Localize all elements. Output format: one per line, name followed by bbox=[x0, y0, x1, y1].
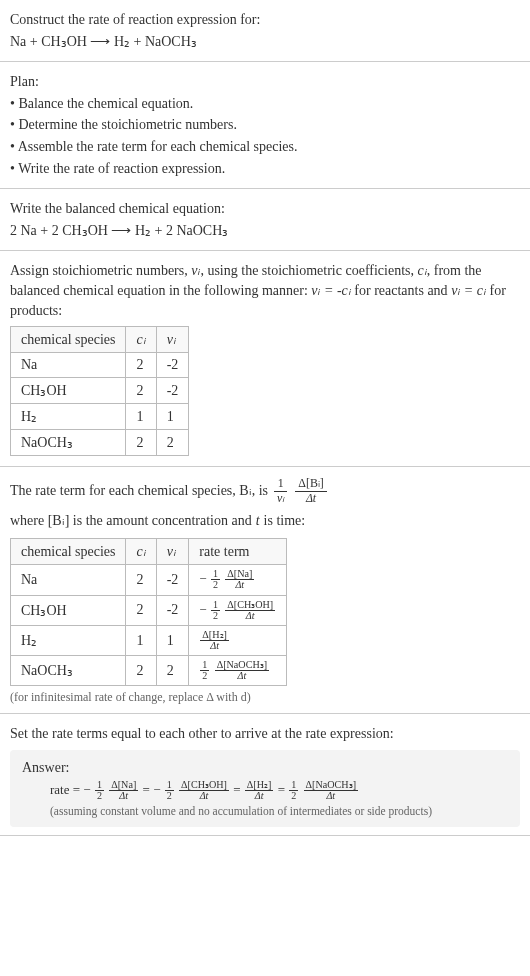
coef-fraction: 1 2 bbox=[165, 780, 174, 801]
plan-section: Plan: • Balance the chemical equation. •… bbox=[0, 62, 530, 189]
cell-rate: − 1 2 Δ[CH₃OH] Δt bbox=[189, 595, 287, 625]
sign: − bbox=[153, 782, 160, 797]
cell-species: CH₃OH bbox=[11, 378, 126, 404]
table-row: NaOCH₃ 2 2 bbox=[11, 430, 189, 456]
denominator: νᵢ bbox=[274, 492, 287, 506]
equals: = bbox=[233, 782, 244, 797]
rate-term-footnote: (for infinitesimal rate of change, repla… bbox=[10, 690, 520, 705]
cell-nu: 2 bbox=[156, 430, 189, 456]
stoich-section: Assign stoichiometric numbers, νᵢ, using… bbox=[0, 251, 530, 467]
cell-species: H₂ bbox=[11, 625, 126, 655]
answer-box: Answer: rate = − 1 2 Δ[Na] Δt = − 1 bbox=[10, 750, 520, 827]
cell-nu: -2 bbox=[156, 595, 189, 625]
col-c: cᵢ bbox=[126, 327, 156, 353]
delta-fraction: Δ[Na] Δt bbox=[225, 569, 254, 590]
denominator: Δt bbox=[225, 580, 254, 590]
assumption-note: (assuming constant volume and no accumul… bbox=[22, 805, 508, 817]
coef-fraction: 1 2 bbox=[211, 569, 220, 590]
rate-term: Δ[H₂] Δt = bbox=[244, 782, 288, 797]
denominator: 2 bbox=[165, 791, 174, 801]
balanced-section: Write the balanced chemical equation: 2 … bbox=[0, 189, 530, 251]
table-row: H₂ 1 1 bbox=[11, 404, 189, 430]
rate-term: 1 2 Δ[NaOCH₃] Δt bbox=[288, 782, 359, 797]
text: for reactants and bbox=[351, 283, 451, 298]
text: Assign stoichiometric numbers, bbox=[10, 263, 191, 278]
text: where [Bᵢ] is the amount concentration a… bbox=[10, 510, 252, 532]
plan-title: Plan: bbox=[10, 72, 520, 92]
cell-species: CH₃OH bbox=[11, 595, 126, 625]
table-row: Na 2 -2 − 1 2 Δ[Na] Δt bbox=[11, 565, 287, 595]
table-row: NaOCH₃ 2 2 1 2 Δ[NaOCH₃] Δt bbox=[11, 656, 287, 686]
cell-nu: -2 bbox=[156, 378, 189, 404]
delta-fraction: Δ[CH₃OH] Δt bbox=[179, 780, 229, 801]
delta-fraction: Δ[NaOCH₃] Δt bbox=[304, 780, 358, 801]
sign: − bbox=[83, 782, 90, 797]
rate-expression: rate = − 1 2 Δ[Na] Δt = − 1 2 bbox=[22, 780, 508, 801]
col-species: chemical species bbox=[11, 539, 126, 565]
cell-species: Na bbox=[11, 353, 126, 378]
header-section: Construct the rate of reaction expressio… bbox=[0, 0, 530, 62]
coef-fraction: 1 2 bbox=[211, 600, 220, 621]
stoich-table: chemical species cᵢ νᵢ Na 2 -2 CH₃OH 2 -… bbox=[10, 326, 189, 456]
plan-step: • Determine the stoichiometric numbers. bbox=[10, 115, 520, 135]
cell-nu: 2 bbox=[156, 656, 189, 686]
table-row: Na 2 -2 bbox=[11, 353, 189, 378]
cell-rate: Δ[H₂] Δt bbox=[189, 625, 287, 655]
rate-term: − 1 2 Δ[Na] Δt = bbox=[83, 782, 153, 797]
header-title: Construct the rate of reaction expressio… bbox=[10, 10, 520, 30]
coef-fraction: 1 2 bbox=[289, 780, 298, 801]
cell-nu: -2 bbox=[156, 353, 189, 378]
delta-fraction: Δ[NaOCH₃] Δt bbox=[215, 660, 269, 681]
cell-c: 2 bbox=[126, 378, 156, 404]
plan-step: • Assemble the rate term for each chemic… bbox=[10, 137, 520, 157]
rate-term-table: chemical species cᵢ νᵢ rate term Na 2 -2… bbox=[10, 538, 287, 686]
text: The rate term for each chemical species,… bbox=[10, 480, 268, 502]
fraction: 1 νᵢ bbox=[274, 477, 287, 506]
rate-term: − 1 2 Δ[CH₃OH] Δt = bbox=[153, 782, 244, 797]
rate-term-intro: The rate term for each chemical species,… bbox=[10, 477, 520, 532]
col-rate: rate term bbox=[189, 539, 287, 565]
denominator: 2 bbox=[289, 791, 298, 801]
table-row: H₂ 1 1 Δ[H₂] Δt bbox=[11, 625, 287, 655]
final-section: Set the rate terms equal to each other t… bbox=[0, 714, 530, 836]
denominator: Δt bbox=[109, 791, 138, 801]
table-row: CH₃OH 2 -2 bbox=[11, 378, 189, 404]
cell-c: 2 bbox=[126, 595, 156, 625]
cell-c: 2 bbox=[126, 430, 156, 456]
delta-fraction: Δ[Na] Δt bbox=[109, 780, 138, 801]
balanced-equation: 2 Na + 2 CH₃OH ⟶ H₂ + 2 NaOCH₃ bbox=[10, 221, 520, 241]
rate-term-section: The rate term for each chemical species,… bbox=[0, 467, 530, 714]
stoich-intro: Assign stoichiometric numbers, νᵢ, using… bbox=[10, 261, 520, 320]
cell-c: 1 bbox=[126, 625, 156, 655]
denominator: Δt bbox=[225, 611, 275, 621]
cell-species: NaOCH₃ bbox=[11, 656, 126, 686]
denominator: 2 bbox=[95, 791, 104, 801]
product-rule: νᵢ = cᵢ bbox=[451, 283, 486, 298]
col-species: chemical species bbox=[11, 327, 126, 353]
sign: − bbox=[199, 571, 206, 586]
denominator: Δt bbox=[215, 671, 269, 681]
equals: = bbox=[278, 782, 289, 797]
sign: − bbox=[199, 601, 206, 616]
numerator: Δ[Bᵢ] bbox=[295, 477, 327, 492]
balanced-title: Write the balanced chemical equation: bbox=[10, 199, 520, 219]
denominator: Δt bbox=[179, 791, 229, 801]
coef-fraction: 1 2 bbox=[200, 660, 209, 681]
cell-c: 2 bbox=[126, 565, 156, 595]
answer-label: Answer: bbox=[22, 760, 508, 776]
table-header-row: chemical species cᵢ νᵢ bbox=[11, 327, 189, 353]
rate-prefix: rate = bbox=[50, 782, 83, 797]
text: , using the stoichiometric coefficients, bbox=[200, 263, 417, 278]
coef-fraction: 1 2 bbox=[95, 780, 104, 801]
fraction: Δ[Bᵢ] Δt bbox=[295, 477, 327, 506]
plan-step: • Balance the chemical equation. bbox=[10, 94, 520, 114]
denominator: 2 bbox=[211, 580, 220, 590]
col-nu: νᵢ bbox=[156, 327, 189, 353]
plan-step: • Write the rate of reaction expression. bbox=[10, 159, 520, 179]
cell-species: H₂ bbox=[11, 404, 126, 430]
reactant-rule: νᵢ = -cᵢ bbox=[311, 283, 351, 298]
cell-c: 1 bbox=[126, 404, 156, 430]
denominator: 2 bbox=[200, 671, 209, 681]
col-nu: νᵢ bbox=[156, 539, 189, 565]
cell-rate: − 1 2 Δ[Na] Δt bbox=[189, 565, 287, 595]
